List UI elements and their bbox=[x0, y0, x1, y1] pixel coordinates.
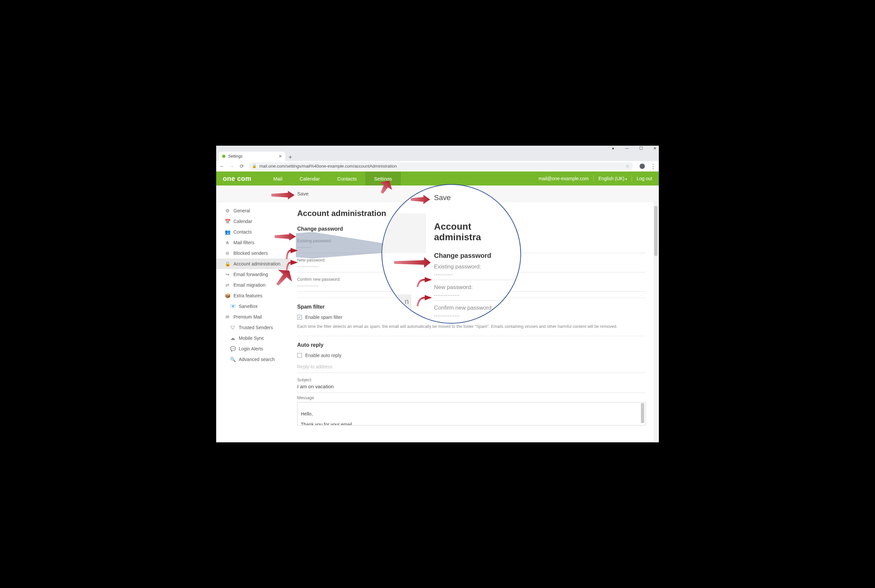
sidebar-label: Mobile Sync bbox=[239, 336, 264, 341]
sidebar-item-account-administration[interactable]: 🔒Account administration bbox=[216, 258, 290, 269]
sidebar-item-advanced-search[interactable]: 🔍Advanced search bbox=[216, 354, 290, 364]
sidebar-item-trusted-senders[interactable]: 🛡Trusted Senders bbox=[216, 322, 290, 333]
forward-button[interactable]: → bbox=[229, 163, 235, 169]
sidebar-label: Login Alerts bbox=[239, 346, 263, 351]
save-button[interactable]: Save bbox=[297, 191, 308, 196]
tab-title: Settings bbox=[228, 154, 242, 159]
sidebar-item-email-forwarding[interactable]: ↪Email forwarding bbox=[216, 269, 290, 280]
sidebar-icon: 📧 bbox=[230, 304, 235, 309]
sidebar-label: SaneBox bbox=[239, 304, 258, 309]
bookmark-star-icon[interactable]: ☆ bbox=[625, 164, 630, 169]
checkbox-checked-icon: ✓ bbox=[297, 315, 302, 320]
sidebar-icon: ✉ bbox=[225, 314, 230, 320]
sidebar-label: Extra features bbox=[233, 293, 262, 298]
new-tab-button[interactable]: + bbox=[285, 154, 296, 161]
url-text: mail.one.com/settings/mail%40one-example… bbox=[259, 164, 397, 169]
sidebar-icon: ⊘ bbox=[225, 250, 230, 256]
sidebar-label: Trusted Senders bbox=[239, 325, 273, 330]
sidebar-label: Email forwarding bbox=[233, 272, 268, 277]
reload-button[interactable]: ⟳ bbox=[239, 163, 245, 169]
sidebar-item-mobile-sync[interactable]: ☁Mobile Sync bbox=[216, 333, 290, 344]
sidebar-icon: ↪ bbox=[225, 272, 230, 277]
sidebar-label: Mail filters bbox=[233, 240, 254, 245]
window-close-icon[interactable]: ✕ bbox=[653, 146, 657, 150]
sidebar-label: Email migration bbox=[233, 282, 265, 288]
sidebar-icon: 🔒 bbox=[225, 261, 230, 267]
browser-menu-icon[interactable]: ⋮ bbox=[650, 163, 656, 170]
mag-title: Account administra bbox=[434, 221, 520, 243]
enable-autoreply-checkbox[interactable]: Enable auto reply bbox=[297, 353, 652, 358]
browser-toolbar: ← → ⟳ 🔒 mail.one.com/settings/mail%40one… bbox=[216, 161, 659, 171]
sidebar-item-login-alerts[interactable]: 💬Login Alerts bbox=[216, 344, 290, 354]
sidebar-icon: ⚙ bbox=[225, 208, 230, 213]
window-minimize-icon[interactable]: — bbox=[625, 146, 629, 150]
spam-description: Each time the filter detects an email as… bbox=[297, 324, 646, 330]
section-auto-reply: Auto reply bbox=[297, 342, 652, 348]
nav-settings[interactable]: Settings bbox=[365, 171, 400, 186]
sidebar-item-general[interactable]: ⚙General bbox=[216, 206, 290, 216]
sidebar-label: General bbox=[233, 208, 250, 213]
window-titlebar: ● — ☐ ✕ bbox=[216, 146, 659, 151]
sidebar-item-premium-mail[interactable]: ✉Premium Mail bbox=[216, 312, 290, 322]
browser-tabstrip: Settings ✕ + bbox=[216, 151, 659, 161]
address-bar[interactable]: 🔒 mail.one.com/settings/mail%40one-examp… bbox=[249, 162, 633, 170]
back-button[interactable]: ← bbox=[219, 163, 225, 169]
incognito-indicator-icon: ● bbox=[611, 146, 615, 150]
scrollbar-thumb[interactable] bbox=[654, 206, 657, 256]
nav-calendar[interactable]: Calendar bbox=[291, 171, 328, 186]
sidebar-label: Advanced search bbox=[239, 357, 275, 362]
sidebar-icon: ⋔ bbox=[225, 240, 230, 245]
sidebar-label: Blocked senders bbox=[233, 250, 268, 256]
browser-tab[interactable]: Settings ✕ bbox=[219, 152, 285, 161]
sidebar-icon: 👥 bbox=[225, 229, 230, 235]
sidebar-icon: 🔍 bbox=[230, 357, 235, 362]
sidebar-label: Contacts bbox=[233, 229, 252, 235]
message-textarea[interactable]: Hello, Thank you for your email. bbox=[297, 402, 646, 425]
window-maximize-icon[interactable]: ☐ bbox=[639, 146, 643, 150]
nav-mail[interactable]: Mail bbox=[265, 171, 291, 186]
subject-field[interactable]: Subject: I am on vacation bbox=[297, 376, 646, 393]
language-selector[interactable]: English (UK) bbox=[598, 176, 627, 181]
settings-sidebar: ⚙General📅Calendar👥Contacts⋔Mail filters⊘… bbox=[216, 202, 290, 442]
sidebar-label: Calendar bbox=[233, 219, 253, 224]
sidebar-icon: ☁ bbox=[230, 336, 235, 341]
sidebar-icon: 📦 bbox=[225, 293, 230, 298]
mag-pw-section: Change password bbox=[434, 252, 520, 260]
replyto-field[interactable]: Reply-to address bbox=[297, 362, 646, 373]
checkbox-unchecked-icon bbox=[297, 353, 302, 358]
sidebar-item-contacts[interactable]: 👥Contacts bbox=[216, 226, 290, 237]
app-header: one.com Mail Calendar Contacts Settings … bbox=[216, 171, 659, 186]
sidebar-icon: 💬 bbox=[230, 346, 235, 351]
sidebar-item-calendar[interactable]: 📅Calendar bbox=[216, 216, 290, 226]
logout-link[interactable]: Log out bbox=[637, 176, 652, 181]
nav-contacts[interactable]: Contacts bbox=[328, 171, 365, 186]
tab-close-icon[interactable]: ✕ bbox=[279, 154, 282, 159]
lock-icon: 🔒 bbox=[252, 164, 257, 168]
sidebar-item-sanebox[interactable]: 📧SaneBox bbox=[216, 301, 290, 312]
sidebar-icon: 📅 bbox=[225, 219, 230, 224]
magnifier-overlay: n Save Account administra Change passwor… bbox=[382, 184, 521, 324]
favicon-icon bbox=[222, 154, 226, 158]
sidebar-icon: 🛡 bbox=[230, 325, 235, 330]
brand-logo[interactable]: one.com bbox=[223, 175, 251, 183]
profile-icon[interactable] bbox=[640, 164, 645, 169]
sidebar-label: Premium Mail bbox=[233, 314, 262, 320]
page-scrollbar[interactable] bbox=[654, 202, 658, 442]
sidebar-icon: ⇄ bbox=[225, 282, 230, 288]
sidebar-item-email-migration[interactable]: ⇄Email migration bbox=[216, 280, 290, 290]
message-label: Message bbox=[297, 396, 652, 400]
sidebar-item-extra-features[interactable]: 📦Extra features bbox=[216, 290, 290, 301]
sidebar-item-mail-filters[interactable]: ⋔Mail filters bbox=[216, 237, 290, 248]
sidebar-item-blocked-senders[interactable]: ⊘Blocked senders bbox=[216, 248, 290, 258]
sidebar-label: Account administration bbox=[233, 261, 281, 267]
account-email[interactable]: mail@one-example.com bbox=[538, 176, 589, 181]
